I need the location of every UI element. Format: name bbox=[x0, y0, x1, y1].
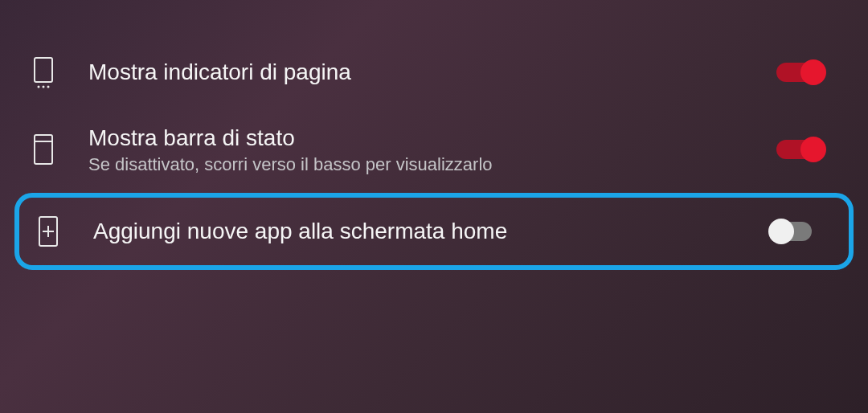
setting-status-bar[interactable]: Mostra barra di stato Se disattivato, sc… bbox=[0, 106, 868, 193]
toggle-status-bar[interactable] bbox=[775, 134, 829, 165]
svg-point-3 bbox=[47, 86, 50, 88]
setting-title: Mostra barra di stato bbox=[88, 124, 775, 153]
text-content: Mostra barra di stato Se disattivato, sc… bbox=[88, 124, 775, 175]
text-content: Impedisci modifiche al layout bbox=[88, 2, 775, 28]
setting-page-indicators[interactable]: Mostra indicatori di pagina bbox=[0, 39, 868, 106]
toggle-add-new-apps[interactable] bbox=[770, 216, 825, 247]
toggle-wrapper bbox=[775, 57, 836, 88]
svg-point-1 bbox=[38, 86, 40, 88]
icon-wrapper bbox=[32, 133, 88, 166]
toggle-page-indicators[interactable] bbox=[775, 57, 829, 88]
setting-subtitle: Se disattivato, scorri verso il basso pe… bbox=[88, 154, 775, 175]
settings-list: Impedisci modifiche al layout Mostra ind… bbox=[0, 0, 868, 270]
toggle-wrapper bbox=[770, 216, 831, 247]
text-content: Aggiungi nuove app alla schermata home bbox=[93, 217, 770, 246]
setting-title: Mostra indicatori di pagina bbox=[88, 58, 775, 87]
icon-wrapper bbox=[32, 56, 88, 88]
svg-point-2 bbox=[43, 86, 45, 88]
phone-plus-icon bbox=[37, 215, 59, 247]
toggle-wrapper bbox=[775, 0, 836, 31]
phone-statusbar-icon bbox=[32, 133, 55, 166]
setting-title: Aggiungi nuove app alla schermata home bbox=[93, 217, 770, 246]
icon-wrapper bbox=[37, 215, 93, 247]
text-content: Mostra indicatori di pagina bbox=[88, 58, 775, 87]
toggle-wrapper bbox=[775, 134, 836, 165]
svg-rect-4 bbox=[35, 135, 52, 164]
phone-dots-icon bbox=[32, 56, 55, 88]
setting-layout-lock[interactable]: Impedisci modifiche al layout bbox=[0, 0, 868, 39]
svg-rect-0 bbox=[35, 58, 52, 82]
setting-add-new-apps[interactable]: Aggiungi nuove app alla schermata home bbox=[14, 193, 854, 270]
